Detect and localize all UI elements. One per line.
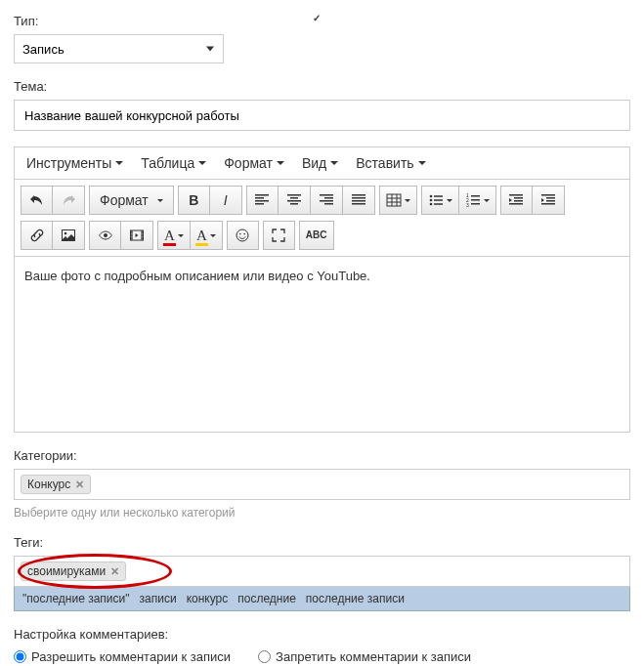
caret-icon <box>447 199 452 202</box>
suggestion-item[interactable]: конкурс <box>187 592 229 605</box>
align-center-icon <box>286 192 302 208</box>
tags-label: Теги: <box>14 535 630 550</box>
suggestion-item[interactable]: "последние записи" <box>22 592 130 605</box>
align-left-button[interactable] <box>246 186 279 215</box>
svg-point-13 <box>244 233 246 235</box>
svg-point-8 <box>64 232 67 235</box>
insert-table-button[interactable] <box>379 186 417 215</box>
caret-icon <box>178 234 184 237</box>
categories-text-input[interactable] <box>95 478 623 492</box>
format-dropdown-label: Формат <box>100 192 149 208</box>
svg-text:3: 3 <box>466 202 469 208</box>
menu-view[interactable]: Вид <box>302 155 338 171</box>
suggestion-item[interactable]: последние <box>237 592 296 605</box>
categories-label: Категории: <box>14 448 630 463</box>
spellcheck-button[interactable]: ABC✓ <box>299 221 334 250</box>
tag-chip: своимируками ✕ <box>21 562 126 581</box>
table-icon <box>386 192 402 208</box>
remove-tag-icon[interactable]: ✕ <box>75 479 84 491</box>
undo-button[interactable] <box>21 186 53 215</box>
link-button[interactable] <box>21 221 53 250</box>
allow-comments-radio[interactable] <box>14 650 26 663</box>
format-dropdown[interactable]: Формат <box>89 186 174 215</box>
svg-point-12 <box>239 233 241 235</box>
text-color-button[interactable]: A <box>157 221 191 250</box>
svg-point-1 <box>429 195 432 198</box>
align-justify-button[interactable] <box>343 186 375 215</box>
tags-text-input[interactable] <box>130 564 623 579</box>
svg-point-3 <box>429 203 432 206</box>
caret-icon <box>157 199 163 202</box>
caret-icon <box>277 161 284 165</box>
menu-view-label: Вид <box>302 155 326 171</box>
categories-input[interactable]: Конкурс ✕ <box>14 469 630 500</box>
allow-comments-label: Разрешить комментарии к записи <box>31 649 231 664</box>
theme-input[interactable] <box>14 100 630 131</box>
deny-comments-radio[interactable] <box>258 650 271 663</box>
category-tag-label: Конкурс <box>27 478 70 491</box>
editor-menubar: Инструменты Таблица Формат Вид Вставить <box>15 147 629 180</box>
align-center-button[interactable] <box>279 186 311 215</box>
bg-color-button[interactable]: A <box>191 221 223 250</box>
caret-icon <box>115 161 123 165</box>
menu-table-label: Таблица <box>141 155 194 171</box>
caret-icon <box>418 161 426 165</box>
indent-button[interactable] <box>533 186 565 215</box>
menu-tools[interactable]: Инструменты <box>26 155 123 171</box>
menu-tools-label: Инструменты <box>26 155 111 171</box>
type-select-wrap: Запись <box>14 34 224 63</box>
deny-comments-option[interactable]: Запретить комментарии к записи <box>258 649 471 664</box>
comments-options: Разрешить комментарии к записи Запретить… <box>14 649 630 664</box>
number-list-button[interactable]: 123 <box>459 186 496 215</box>
caret-icon <box>210 234 216 237</box>
link-icon <box>29 228 45 243</box>
bullet-list-button[interactable] <box>421 186 459 215</box>
image-button[interactable] <box>53 221 85 250</box>
undo-icon <box>29 192 45 208</box>
categories-helper: Выберите одну или несколько категорий <box>14 506 630 520</box>
caret-icon <box>330 161 338 165</box>
deny-comments-label: Запретить комментарии к записи <box>276 649 471 664</box>
remove-tag-icon[interactable]: ✕ <box>110 565 119 578</box>
caret-icon <box>405 199 410 202</box>
outdent-button[interactable] <box>500 186 533 215</box>
allow-comments-option[interactable]: Разрешить комментарии к записи <box>14 649 231 664</box>
media-button[interactable] <box>121 221 153 250</box>
editor: Инструменты Таблица Формат Вид Вставить … <box>14 146 630 433</box>
tag-suggestions: "последние записи" записи конкурс послед… <box>14 587 630 611</box>
category-tag: Конкурс ✕ <box>21 475 91 494</box>
comments-label: Настройка комментариев: <box>14 627 630 642</box>
fullscreen-icon <box>271 228 286 243</box>
eye-icon <box>98 228 113 243</box>
caret-icon <box>198 161 206 165</box>
fullscreen-button[interactable] <box>263 221 295 250</box>
italic-button[interactable]: I <box>210 186 242 215</box>
smiley-icon <box>235 228 250 243</box>
align-left-icon <box>254 192 270 208</box>
preview-button[interactable] <box>89 221 121 250</box>
editor-content[interactable]: Ваше фото с подробным описанием или виде… <box>15 256 629 432</box>
redo-button[interactable] <box>53 186 85 215</box>
outdent-icon <box>508 192 524 208</box>
redo-icon <box>61 192 76 208</box>
menu-format-label: Формат <box>224 155 273 171</box>
theme-label: Тема: <box>14 79 630 94</box>
number-list-icon: 123 <box>465 192 481 208</box>
menu-insert[interactable]: Вставить <box>356 155 425 171</box>
text-color-icon: A <box>164 228 175 244</box>
caret-icon <box>484 199 490 202</box>
media-icon <box>129 228 145 243</box>
svg-point-11 <box>236 229 248 241</box>
svg-point-9 <box>104 233 107 237</box>
bold-button[interactable]: B <box>178 186 210 215</box>
suggestion-item[interactable]: последние записи <box>306 592 405 605</box>
align-right-icon <box>319 192 334 208</box>
emoji-button[interactable] <box>227 221 259 250</box>
align-right-button[interactable] <box>311 186 343 215</box>
tags-input[interactable]: своимируками ✕ <box>14 556 630 587</box>
menu-table[interactable]: Таблица <box>141 155 206 171</box>
suggestion-item[interactable]: записи <box>140 592 177 605</box>
type-select[interactable]: Запись <box>14 34 224 63</box>
menu-format[interactable]: Формат <box>224 155 284 171</box>
svg-rect-0 <box>387 194 401 206</box>
